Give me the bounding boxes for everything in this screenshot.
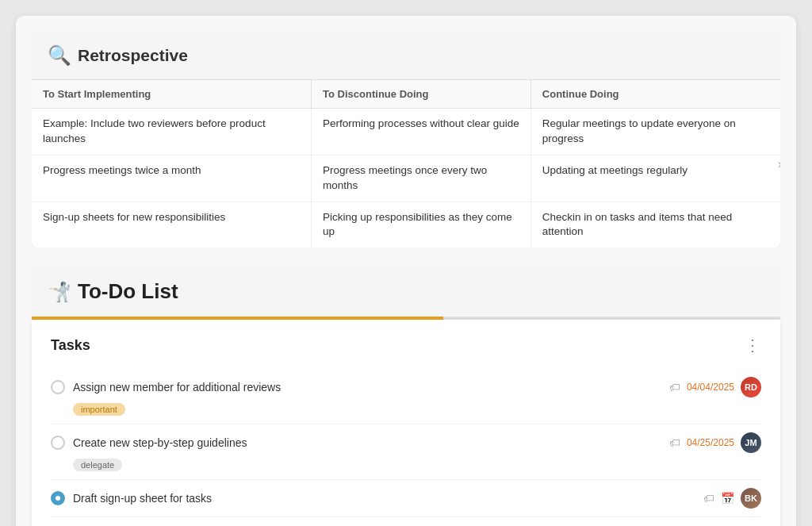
- row2-discontinue: Progress meetings once every two months: [312, 155, 531, 202]
- task-left: Create new step-by-step guidelines: [51, 436, 247, 450]
- task-meta-2: 🏷 04/25/2025 JM: [669, 432, 761, 453]
- col-header-discontinue: To Discontinue Doing: [312, 80, 531, 109]
- task-tag-important: important: [73, 403, 125, 416]
- task-item: Create new step-by-step guidelines 🏷 04/…: [51, 424, 761, 480]
- tasks-card: Tasks ⋮ Assign new member for additional…: [32, 320, 780, 526]
- row3-discontinue: Picking up responsibilities as they come…: [312, 202, 531, 248]
- row3-continue: Checkin in on tasks and items that need …: [530, 202, 780, 248]
- task-left: Assign new member for additional reviews: [51, 380, 281, 394]
- task-meta-1: 🏷 04/04/2025 RD: [669, 377, 761, 397]
- retrospective-header: 🔍 Retrospective: [32, 32, 780, 80]
- retrospective-icon: 🔍: [48, 44, 71, 67]
- task-tags-1: important: [73, 402, 761, 416]
- calendar-icon: 📅: [721, 492, 734, 505]
- retrospective-title: Retrospective: [78, 46, 188, 65]
- table-row: Progress meetings twice a month Progress…: [32, 155, 780, 202]
- task-tag-delegate: delegate: [73, 459, 122, 471]
- task-label-2: Create new step-by-step guidelines: [73, 436, 247, 449]
- tag-icon-empty: 🏷: [703, 492, 714, 505]
- row2-continue: Updating at meetings regularly: [530, 155, 780, 202]
- row3-start: Sign-up sheets for new responsibilities: [32, 202, 312, 248]
- task-date-2: 04/25/2025: [687, 437, 734, 448]
- row1-start: Example: Include two reviewers before pr…: [32, 109, 312, 155]
- row2-start: Progress meetings twice a month: [32, 155, 312, 202]
- task-left: Draft sign-up sheet for tasks: [51, 491, 212, 505]
- task-label-3: Draft sign-up sheet for tasks: [73, 492, 212, 505]
- row1-discontinue: Performing processes without clear guide: [312, 109, 531, 155]
- task-label-1: Assign new member for additional reviews: [73, 381, 281, 394]
- col-header-start: To Start Implementing: [32, 80, 312, 109]
- task-item: Assign new member for additional reviews…: [51, 369, 761, 424]
- table-row: Sign-up sheets for new responsibilities …: [32, 202, 780, 248]
- task-date-1: 04/04/2025: [687, 382, 734, 393]
- tasks-menu-button[interactable]: ⋮: [745, 336, 761, 355]
- task-avatar-1: RD: [741, 377, 761, 397]
- task-checkbox-3[interactable]: [51, 491, 65, 505]
- tasks-card-header: Tasks ⋮: [51, 336, 761, 355]
- retrospective-table: To Start Implementing To Discontinue Doi…: [32, 80, 780, 248]
- todo-icon: 🤺: [48, 281, 71, 303]
- todo-section: 🤺 To-Do List Tasks ⋮ Assign new member f…: [32, 267, 780, 526]
- task-checkbox-1[interactable]: [51, 380, 65, 394]
- row1-continue: Regular meetings to update everyone on p…: [530, 109, 780, 155]
- todo-title: To-Do List: [78, 279, 178, 304]
- task-row: Draft sign-up sheet for tasks 🏷 📅 BK: [51, 488, 761, 509]
- tag-icon: 🏷: [669, 381, 680, 394]
- task-item: Draft sign-up sheet for tasks 🏷 📅 BK: [51, 480, 761, 517]
- task-avatar-3: BK: [741, 488, 761, 509]
- task-avatar-2: JM: [741, 432, 761, 453]
- col-header-continue: Continue Doing: [530, 80, 780, 109]
- task-checkbox-2[interactable]: [51, 436, 65, 450]
- table-scroll-arrow[interactable]: ›: [778, 157, 780, 171]
- task-row: Assign new member for additional reviews…: [51, 377, 761, 397]
- retrospective-section: 🔍 Retrospective To Start Implementing To…: [32, 32, 780, 248]
- todo-header: 🤺 To-Do List: [32, 267, 780, 317]
- task-tags-2: delegate: [73, 458, 761, 471]
- task-row: Create new step-by-step guidelines 🏷 04/…: [51, 432, 761, 453]
- tasks-title: Tasks: [51, 337, 90, 354]
- tag-icon: 🏷: [669, 436, 680, 449]
- table-row: Example: Include two reviewers before pr…: [32, 109, 780, 155]
- retrospective-table-wrapper: To Start Implementing To Discontinue Doi…: [32, 80, 780, 248]
- page-container: 🔍 Retrospective To Start Implementing To…: [16, 16, 796, 526]
- task-meta-3: 🏷 📅 BK: [703, 488, 761, 509]
